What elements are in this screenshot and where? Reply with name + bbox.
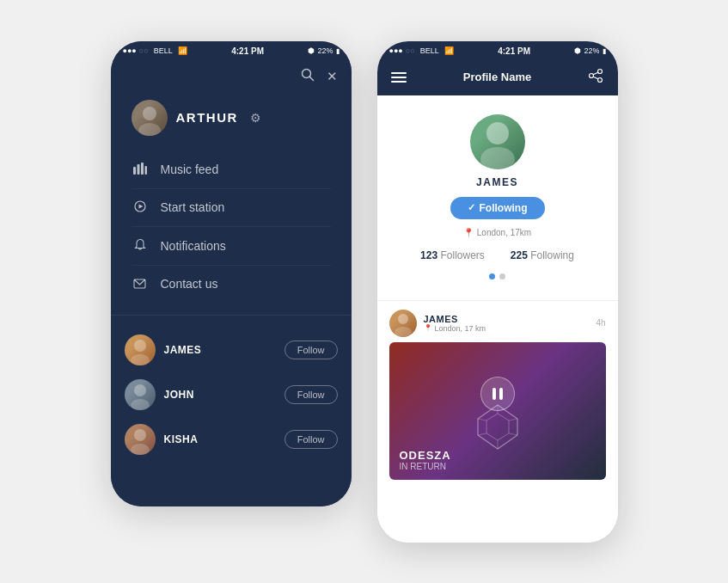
follow-john-button[interactable]: Follow xyxy=(284,385,338,404)
navbar-title: Profile Name xyxy=(463,71,531,83)
feed-post-time: 4h xyxy=(596,318,605,328)
album-subtitle: IN RETURN xyxy=(400,462,596,471)
status-right-2: ⬢ 22% ▮ xyxy=(574,46,605,55)
followers-label: Followers xyxy=(440,249,484,261)
svg-point-24 xyxy=(398,314,408,324)
menu-label-contact: Contact us xyxy=(161,277,218,291)
followers-count: 123 xyxy=(420,249,437,261)
battery-icon: ▮ xyxy=(336,47,340,55)
follow-row-james: JAMES Follow xyxy=(125,328,338,372)
feed-post-info: JAMES 📍 London, 17 km xyxy=(424,314,590,333)
menu-topbar: ✕ xyxy=(111,59,352,91)
dot-2[interactable] xyxy=(499,273,505,279)
svg-marker-27 xyxy=(486,414,509,440)
profile-navbar: Profile Name xyxy=(377,59,618,95)
status-time-1: 4:21 PM xyxy=(231,46,264,56)
hamburger-line-2 xyxy=(391,77,407,78)
menu-label-notifications: Notifications xyxy=(161,239,226,253)
hamburger-line-1 xyxy=(391,72,407,74)
svg-point-14 xyxy=(131,399,150,410)
follow-user-james: JAMES xyxy=(125,334,202,365)
status-right-1: ⬢ 22% ▮ xyxy=(308,46,339,55)
follow-james-button[interactable]: Follow xyxy=(284,341,338,359)
svg-point-17 xyxy=(598,69,603,73)
svg-point-16 xyxy=(131,444,150,455)
menu-user-section: ARTHUR ⚙ xyxy=(111,91,352,151)
svg-rect-5 xyxy=(137,164,139,175)
svg-point-23 xyxy=(480,147,515,169)
svg-line-32 xyxy=(478,433,486,435)
menu-nav-list: Music feed Start station xyxy=(111,151,352,303)
kisha-name: KISHA xyxy=(164,433,199,445)
profile-avatar-large xyxy=(470,114,525,169)
dot-1[interactable] xyxy=(489,273,495,279)
search-button[interactable] xyxy=(301,68,315,86)
bluetooth-icon-2: ⬢ xyxy=(574,46,581,55)
location-text: London, 17km xyxy=(477,228,531,237)
status-bar-1: ●●● ○○ BELL 📶 4:21 PM ⬢ 22% ▮ xyxy=(111,41,352,59)
svg-line-29 xyxy=(509,419,517,420)
feed-poster-location: 📍 London, 17 km xyxy=(424,324,590,333)
feed-location-pin-icon: 📍 xyxy=(424,324,432,332)
menu-divider xyxy=(111,315,352,316)
status-signal-2: ●●● ○○ BELL 📶 xyxy=(389,46,454,55)
menu-item-start-station[interactable]: Start station xyxy=(132,189,331,227)
feed-location-text: London, 17 km xyxy=(435,324,486,333)
follow-list: JAMES Follow JOHN Follow xyxy=(111,328,352,462)
following-stat-label: Following xyxy=(530,249,574,261)
location-pin-icon: 📍 xyxy=(463,228,474,237)
following-stat: 225 Following xyxy=(511,249,574,261)
svg-marker-9 xyxy=(138,204,143,208)
svg-line-30 xyxy=(509,433,517,435)
pause-bar-2 xyxy=(499,388,503,400)
following-label: Following xyxy=(480,202,528,214)
settings-gear-icon[interactable]: ⚙ xyxy=(250,111,261,125)
phone-menu: ●●● ○○ BELL 📶 4:21 PM ⬢ 22% ▮ xyxy=(111,41,352,506)
svg-point-11 xyxy=(134,340,146,352)
pause-bar-1 xyxy=(492,388,496,400)
wifi-icon-2: 📶 xyxy=(444,46,454,55)
john-name: JOHN xyxy=(164,389,194,401)
play-circle xyxy=(480,377,515,411)
share-icon[interactable] xyxy=(588,68,603,87)
wifi-icon: 📶 xyxy=(178,46,187,55)
following-button[interactable]: ✓ Following xyxy=(450,197,545,219)
follow-row-kisha: KISHA Follow xyxy=(125,417,338,462)
carrier-label: BELL xyxy=(154,46,173,55)
svg-line-1 xyxy=(309,77,313,80)
menu-item-music-feed[interactable]: Music feed xyxy=(132,151,331,189)
close-button[interactable]: ✕ xyxy=(327,69,338,84)
james-avatar-small xyxy=(125,334,156,365)
svg-line-21 xyxy=(594,77,599,79)
menu-item-notifications[interactable]: Notifications xyxy=(132,227,331,266)
signal-empty: ○○ xyxy=(139,46,149,55)
phone-profile: ●●● ○○ BELL 📶 4:21 PM ⬢ 22% ▮ Profile Na… xyxy=(377,41,618,543)
follow-row-john: JOHN Follow xyxy=(125,372,338,417)
bluetooth-icon: ⬢ xyxy=(308,46,315,55)
svg-rect-7 xyxy=(144,166,147,175)
svg-point-22 xyxy=(486,122,509,144)
feed-poster-avatar xyxy=(389,310,417,337)
svg-line-20 xyxy=(594,72,599,75)
arthur-avatar xyxy=(132,100,168,136)
follow-kisha-button[interactable]: Follow xyxy=(284,430,338,449)
status-signal: ●●● ○○ BELL 📶 xyxy=(123,46,187,55)
feed-poster-name: JAMES xyxy=(424,314,590,324)
album-art[interactable]: ODESZA IN RETURN xyxy=(389,342,606,480)
svg-point-3 xyxy=(138,123,161,136)
bar-chart-icon xyxy=(132,163,149,177)
signal-dots-2: ●●● xyxy=(389,46,403,55)
svg-rect-6 xyxy=(141,163,144,175)
menu-screen: ✕ ARTHUR ⚙ xyxy=(111,59,352,506)
signal-dots: ●●● xyxy=(123,46,137,55)
menu-username: ARTHUR xyxy=(176,110,238,125)
menu-label-music-feed: Music feed xyxy=(161,163,219,176)
menu-label-start-station: Start station xyxy=(161,200,225,214)
check-icon: ✓ xyxy=(468,202,475,213)
pause-button[interactable] xyxy=(480,377,515,411)
carrier-label-2: BELL xyxy=(420,46,439,55)
hamburger-menu-button[interactable] xyxy=(391,72,407,83)
status-time-2: 4:21 PM xyxy=(498,46,530,56)
battery-label: 22% xyxy=(317,46,333,55)
menu-item-contact[interactable]: Contact us xyxy=(132,266,331,303)
